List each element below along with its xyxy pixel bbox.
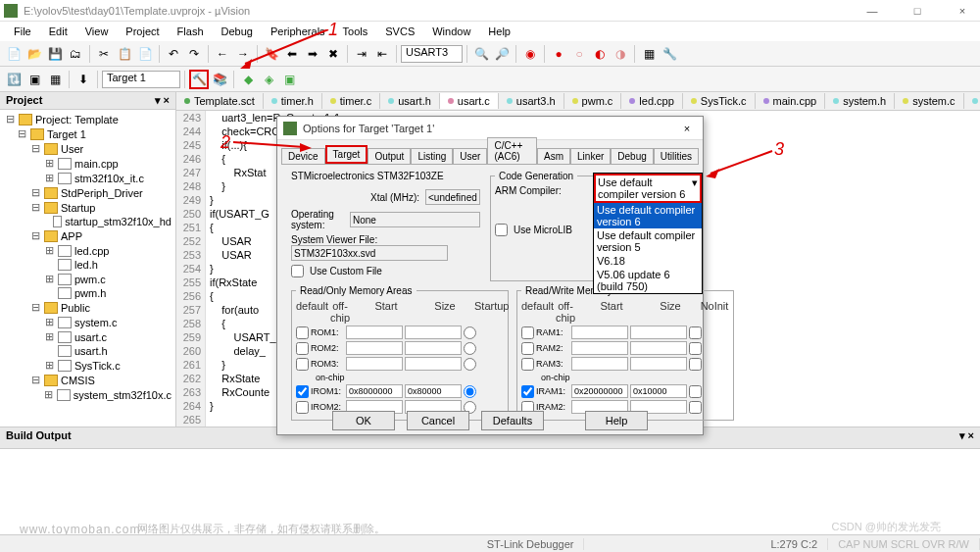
mem-default-checkbox[interactable] [296,326,309,339]
tree-item[interactable]: ⊟User [2,141,173,156]
file-tab[interactable]: SysTick.h [964,93,980,109]
debug-icon[interactable]: ◉ [520,44,540,64]
mem-opt-input[interactable] [464,358,476,371]
tree-item[interactable]: ⊟StdPeriph_Driver [2,185,173,200]
menu-debug[interactable]: Debug [214,24,261,39]
new-icon[interactable]: 📄 [4,44,24,64]
maximize-button[interactable]: □ [904,5,931,17]
mem-default-checkbox[interactable] [521,385,534,398]
compiler-option[interactable]: Use default compiler version 5 [594,228,702,254]
tree-item[interactable]: usart.h [2,344,173,358]
tree-item[interactable]: ⊞system.c [2,315,173,329]
paste-icon[interactable]: 📄 [135,44,155,64]
target-select[interactable]: Target 1 [102,71,180,88]
dialog-tab-output[interactable]: Output [368,148,411,164]
mem-default-checkbox[interactable] [296,358,309,371]
tree-item[interactable]: led.h [2,258,173,272]
tree-item[interactable]: ⊞stm32f10x_it.c [2,171,173,185]
os-select[interactable] [350,212,480,227]
compiler-option[interactable]: V6.18 [594,254,702,268]
compiler-dropdown[interactable]: Use default compiler version 6▾ Use defa… [593,173,703,294]
menu-edit[interactable]: Edit [41,24,75,39]
bookmark-prev-icon[interactable]: ⬅ [282,44,302,64]
mem-default-checkbox[interactable] [296,342,309,355]
file-tab[interactable]: system.h [825,93,895,109]
dialog-tab-debug[interactable]: Debug [611,148,653,164]
tree-item[interactable]: ⊞main.cpp [2,156,173,171]
file-tab[interactable]: usart3.h [499,93,564,109]
menu-flash[interactable]: Flash [170,24,212,39]
copy-icon[interactable]: 📋 [115,44,134,64]
usart-select[interactable]: USART3 [401,45,463,63]
minimize-button[interactable]: — [858,5,886,17]
file-tab[interactable]: timer.h [264,93,322,109]
close-button[interactable]: × [949,5,976,17]
rebuild-icon[interactable]: ▦ [45,70,65,89]
translate-icon[interactable]: 🔃 [4,70,24,89]
mem-start-input[interactable] [346,341,403,355]
dialog-tab-utilities[interactable]: Utilities [654,148,699,164]
pack3-icon[interactable]: ▣ [279,70,299,89]
dialog-tab-user[interactable]: User [453,148,487,164]
panel-dropdown-icon[interactable]: ▾ × [155,94,170,107]
file-tab[interactable]: timer.c [322,93,380,109]
tree-item[interactable]: ⊞pwm.c [2,272,173,286]
mem-size-input[interactable] [630,341,687,355]
tree-item[interactable]: ⊞system_stm32f10x.c [2,387,173,402]
tree-item[interactable]: startup_stm32f10x_hd [2,215,173,228]
mem-opt-input[interactable] [689,326,702,339]
menu-help[interactable]: Help [480,24,518,39]
mem-opt-input[interactable] [464,326,476,339]
tree-item[interactable]: ⊟Public [2,300,173,315]
mem-start-input[interactable] [346,326,403,339]
mem-start-input[interactable] [571,357,628,371]
mem-opt-input[interactable] [689,385,702,398]
mem-default-checkbox[interactable] [521,326,534,339]
build-icon[interactable]: ▣ [24,70,44,89]
dialog-tab-device[interactable]: Device [281,148,325,164]
dialog-tab-linker[interactable]: Linker [570,148,611,164]
mem-default-checkbox[interactable] [521,342,534,355]
indent-icon[interactable]: ⇥ [352,44,371,64]
mem-opt-input[interactable] [689,358,702,371]
find-icon[interactable]: 🔍 [471,44,491,64]
file-tab[interactable]: system.c [895,93,963,109]
bp2-icon[interactable]: ○ [569,44,589,64]
options-icon[interactable]: 🔨 [189,70,209,89]
dropdown-arrow-icon[interactable]: ▾ [692,176,698,200]
tree-item[interactable]: ⊞SysTick.c [2,358,173,373]
open-icon[interactable]: 📂 [24,44,44,64]
mem-default-checkbox[interactable] [521,358,534,371]
dialog-tab-ccac[interactable]: C/C++ (AC6) [487,137,537,164]
mem-size-input[interactable] [405,384,462,398]
defaults-button[interactable]: Defaults [481,411,544,430]
tree-item[interactable]: ⊞usart.c [2,329,173,344]
dialog-tab-target[interactable]: Target [325,145,368,164]
menu-tools[interactable]: Tools [335,24,376,39]
file-tab[interactable]: usart.h [380,93,440,109]
mem-default-checkbox[interactable] [296,385,309,398]
mem-size-input[interactable] [405,326,462,339]
nav-fwd-icon[interactable]: → [233,44,253,64]
manage-icon[interactable]: 📚 [210,70,229,89]
tree-item[interactable]: ⊟CMSIS [2,373,173,387]
bp4-icon[interactable]: ◑ [611,44,630,64]
nav-back-icon[interactable]: ← [213,44,232,64]
file-tab[interactable]: led.cpp [621,93,682,109]
file-tab[interactable]: SysTick.c [683,93,756,109]
load-icon[interactable]: ⬇ [74,70,93,89]
dialog-tab-asm[interactable]: Asm [537,148,570,164]
panel-close-icon[interactable]: ▾ × [959,429,974,446]
tree-item[interactable]: ⊞led.cpp [2,243,173,258]
mem-size-input[interactable] [405,357,462,371]
save-icon[interactable]: 💾 [45,44,65,64]
mem-size-input[interactable] [405,341,462,355]
mem-default-checkbox[interactable] [296,401,309,414]
menu-project[interactable]: Project [118,24,167,39]
microlib-checkbox[interactable] [495,224,508,236]
cut-icon[interactable]: ✂ [94,44,114,64]
mem-opt-input[interactable] [464,385,476,398]
bp3-icon[interactable]: ◐ [590,44,610,64]
menu-peripherals[interactable]: Peripherals [263,24,333,39]
project-tree[interactable]: ⊟Project: Template ⊟Target 1⊟User⊞main.c… [0,110,175,427]
